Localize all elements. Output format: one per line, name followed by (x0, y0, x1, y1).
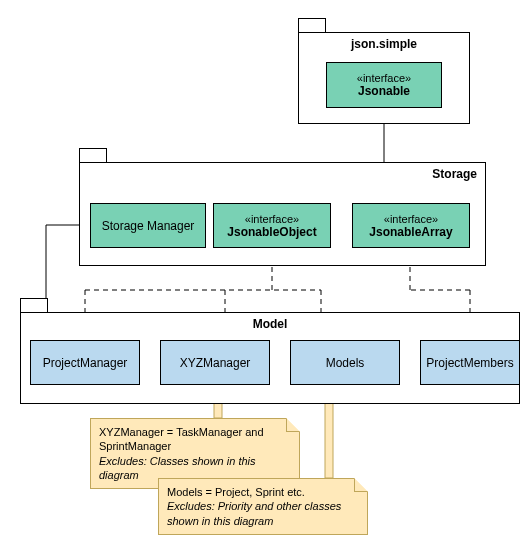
note-models-ex2: shown in this diagram (167, 514, 359, 528)
class-jsonable-array: «interface» JsonableArray (352, 203, 470, 248)
class-project-members: ProjectMembers (420, 340, 520, 385)
jsonable-array-stereo: «interface» (384, 213, 438, 225)
jsonable-array-name: JsonableArray (369, 225, 452, 239)
pkg-storage-label: Storage (80, 167, 477, 181)
class-xyz-manager: XYZManager (160, 340, 270, 385)
note-xyz-l2: SprintManager (99, 439, 291, 453)
note-models-l1: Models = Project, Sprint etc. (167, 485, 359, 499)
pkg-storage-tab (79, 148, 107, 162)
class-jsonable: «interface» Jsonable (326, 62, 442, 108)
class-project-manager: ProjectManager (30, 340, 140, 385)
project-members-name: ProjectMembers (426, 356, 513, 370)
storage-manager-name: Storage Manager (102, 219, 195, 233)
models-name: Models (326, 356, 365, 370)
jsonable-name: Jsonable (358, 84, 410, 98)
xyz-manager-name: XYZManager (180, 356, 251, 370)
note-xyz-excl: Excludes: Classes shown in this diagram (99, 454, 291, 483)
note-models: Models = Project, Sprint etc. Excludes: … (158, 478, 368, 535)
pkg-model-label: Model (21, 317, 519, 331)
project-manager-name: ProjectManager (43, 356, 128, 370)
class-jsonable-object: «interface» JsonableObject (213, 203, 331, 248)
pkg-jsonsimple-label: json.simple (299, 37, 469, 51)
class-storage-manager: Storage Manager (90, 203, 206, 248)
class-models: Models (290, 340, 400, 385)
pkg-model-tab (20, 298, 48, 312)
note-xyz-l1: XYZManager = TaskManager and (99, 425, 291, 439)
note-models-ex1: Excludes: Priority and other classes (167, 499, 359, 513)
jsonable-object-stereo: «interface» (245, 213, 299, 225)
jsonable-object-name: JsonableObject (227, 225, 316, 239)
jsonable-stereo: «interface» (357, 72, 411, 84)
pkg-jsonsimple-tab (298, 18, 326, 32)
